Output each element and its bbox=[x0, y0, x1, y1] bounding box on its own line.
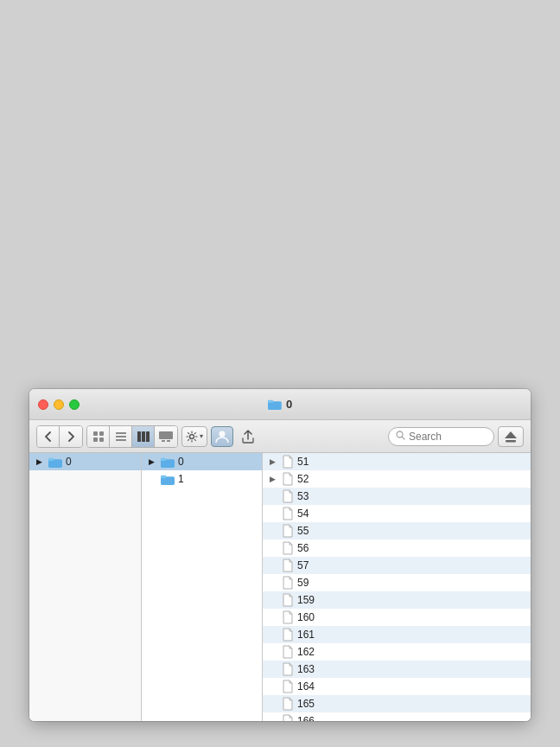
traffic-lights bbox=[38, 399, 80, 410]
gallery-view-icon bbox=[158, 431, 174, 443]
item-name: 164 bbox=[297, 680, 315, 693]
file-icon bbox=[282, 472, 294, 486]
svg-rect-6 bbox=[116, 432, 126, 434]
titlebar: 0 bbox=[29, 389, 531, 420]
eject-icon bbox=[503, 431, 519, 443]
list-item[interactable]: ▶ 1 bbox=[142, 470, 262, 488]
file-icon bbox=[282, 559, 294, 572]
gallery-view-button[interactable] bbox=[155, 426, 177, 447]
file-icon bbox=[282, 541, 294, 555]
finder-columns: ▶ 0 ▶ 0 ▶ bbox=[29, 453, 531, 721]
column-view-button[interactable] bbox=[132, 426, 155, 447]
svg-rect-26 bbox=[161, 475, 166, 477]
item-name: 54 bbox=[297, 508, 309, 520]
svg-line-18 bbox=[403, 437, 405, 440]
item-name: 52 bbox=[297, 473, 309, 485]
svg-rect-12 bbox=[159, 431, 173, 439]
item-name: 160 bbox=[297, 611, 315, 623]
file-icon bbox=[282, 628, 294, 642]
item-name: 161 bbox=[297, 629, 315, 641]
list-item[interactable]: ▶ 166 bbox=[263, 712, 531, 721]
search-field[interactable] bbox=[388, 427, 494, 446]
item-name: 56 bbox=[297, 542, 309, 554]
file-icon bbox=[282, 662, 294, 676]
action-arrow: ▾ bbox=[200, 432, 203, 440]
file-icon bbox=[282, 697, 294, 711]
folder-icon bbox=[48, 456, 62, 468]
share-button[interactable] bbox=[237, 426, 259, 447]
svg-rect-10 bbox=[142, 431, 145, 442]
svg-rect-8 bbox=[116, 439, 126, 441]
connect-button[interactable] bbox=[498, 426, 524, 447]
forward-icon bbox=[67, 431, 75, 443]
list-item[interactable]: ▶ 164 bbox=[263, 678, 531, 695]
svg-rect-11 bbox=[146, 431, 150, 442]
file-icon bbox=[282, 645, 294, 659]
list-item[interactable]: ▶ 56 bbox=[263, 540, 531, 557]
minimize-button[interactable] bbox=[54, 399, 64, 410]
list-item[interactable]: ▶ 161 bbox=[263, 626, 531, 643]
svg-rect-22 bbox=[48, 457, 54, 460]
list-item[interactable]: ▶ 54 bbox=[263, 505, 531, 522]
list-item[interactable]: ▶ 55 bbox=[263, 522, 531, 540]
maximize-button[interactable] bbox=[69, 399, 80, 410]
close-button[interactable] bbox=[38, 399, 48, 410]
gear-icon bbox=[186, 431, 198, 443]
item-name: 59 bbox=[297, 577, 309, 589]
share-icon bbox=[242, 430, 254, 444]
icon-view-button[interactable] bbox=[87, 426, 110, 447]
list-item[interactable]: ▶ 53 bbox=[263, 488, 531, 505]
forward-button[interactable] bbox=[60, 426, 82, 447]
column-2: ▶ 0 ▶ 1 bbox=[142, 453, 263, 721]
list-item[interactable]: ▶ 0 bbox=[142, 453, 262, 470]
back-icon bbox=[44, 431, 53, 443]
item-name: 57 bbox=[297, 559, 309, 571]
column-3: ▶ 51 ▶ 52 ▶ bbox=[263, 453, 531, 721]
svg-rect-3 bbox=[99, 431, 104, 436]
svg-rect-1 bbox=[268, 400, 273, 403]
list-item[interactable]: ▶ 0 bbox=[29, 453, 141, 470]
back-button[interactable] bbox=[37, 426, 60, 447]
item-name: 51 bbox=[297, 456, 309, 468]
search-input[interactable] bbox=[409, 431, 487, 443]
svg-rect-7 bbox=[116, 436, 126, 437]
list-item[interactable]: ▶ 160 bbox=[263, 609, 531, 626]
list-item[interactable]: ▶ 165 bbox=[263, 695, 531, 712]
column-view-icon bbox=[137, 431, 150, 443]
disclosure-triangle: ▶ bbox=[149, 457, 157, 466]
action-button[interactable]: ▾ bbox=[181, 426, 207, 447]
profile-button[interactable] bbox=[211, 426, 233, 447]
list-item[interactable]: ▶ 59 bbox=[263, 574, 531, 591]
svg-rect-2 bbox=[93, 431, 98, 436]
list-item[interactable]: ▶ 163 bbox=[263, 661, 531, 678]
svg-rect-13 bbox=[162, 440, 165, 442]
toolbar: ▾ bbox=[29, 420, 531, 453]
svg-point-16 bbox=[220, 431, 226, 437]
list-view-button[interactable] bbox=[110, 426, 132, 447]
folder-icon bbox=[161, 474, 175, 485]
list-item[interactable]: ▶ 57 bbox=[263, 557, 531, 574]
search-icon bbox=[396, 431, 405, 442]
list-item[interactable]: ▶ 159 bbox=[263, 591, 531, 609]
list-view-icon bbox=[115, 431, 127, 443]
finder-window: 0 bbox=[29, 389, 531, 721]
file-icon bbox=[282, 455, 294, 469]
person-icon bbox=[214, 429, 230, 444]
disclosure-triangle: ▶ bbox=[36, 457, 45, 466]
file-icon bbox=[282, 610, 294, 624]
list-item[interactable]: ▶ 51 bbox=[263, 453, 531, 470]
svg-rect-14 bbox=[167, 440, 170, 442]
file-icon bbox=[282, 714, 294, 721]
svg-rect-9 bbox=[137, 431, 141, 442]
list-item[interactable]: ▶ 52 bbox=[263, 470, 531, 488]
item-name: 53 bbox=[297, 490, 309, 502]
folder-icon bbox=[161, 456, 175, 468]
file-icon bbox=[282, 593, 294, 607]
titlebar-title: 0 bbox=[268, 398, 292, 411]
icon-view-icon bbox=[92, 431, 105, 443]
svg-rect-4 bbox=[93, 437, 98, 442]
item-name: 166 bbox=[297, 715, 315, 721]
item-name: 159 bbox=[297, 594, 315, 606]
list-item[interactable]: ▶ 162 bbox=[263, 643, 531, 661]
svg-point-17 bbox=[397, 431, 403, 437]
